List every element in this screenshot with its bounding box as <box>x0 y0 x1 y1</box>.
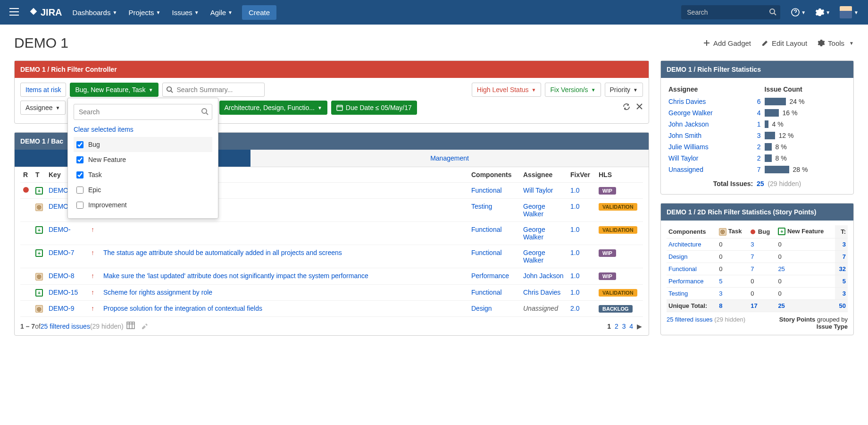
nav-agile[interactable]: Agile▼ <box>205 0 238 25</box>
component-link[interactable]: Performance <box>471 272 509 280</box>
add-gadget-button[interactable]: Add Gadget <box>703 39 751 47</box>
total-link[interactable]: 7 <box>843 253 846 260</box>
fixver-link[interactable]: 1.0 <box>570 272 579 280</box>
fixver-link[interactable]: 1.0 <box>570 187 579 194</box>
dropdown-option[interactable]: Task <box>74 167 212 182</box>
col-type[interactable]: T <box>33 167 46 183</box>
component-link[interactable]: Architecture <box>668 241 701 248</box>
count-link[interactable]: 2 <box>757 154 761 162</box>
component-link[interactable]: Functional <box>471 226 502 233</box>
col-assignee[interactable]: Assignee <box>520 167 568 183</box>
summary-link[interactable]: The status age attribute should be autom… <box>103 249 342 256</box>
col-hls[interactable]: HLS <box>596 167 643 183</box>
count-link[interactable]: 1 <box>757 120 761 128</box>
component-link[interactable]: Design <box>471 305 492 312</box>
component-link[interactable]: Testing <box>471 203 492 210</box>
total-link[interactable]: 3 <box>843 290 846 297</box>
next-page-icon[interactable]: ▶ <box>636 323 643 330</box>
tab-management[interactable]: Management <box>250 150 649 167</box>
search-icon[interactable] <box>769 8 776 17</box>
fixver-link[interactable]: 1.0 <box>570 289 579 296</box>
tool-icon[interactable] <box>138 322 151 331</box>
option-checkbox[interactable] <box>76 156 83 163</box>
summary-link[interactable]: Scheme for rights assignment by role <box>103 289 212 296</box>
fixver-link[interactable]: 1.0 <box>570 203 579 210</box>
assignee-link[interactable]: George Walker <box>523 203 545 218</box>
fixver-link[interactable]: 1.0 <box>570 226 579 233</box>
col-fixver[interactable]: FixVer <box>568 167 596 183</box>
nav-issues[interactable]: Issues▼ <box>166 0 204 25</box>
summary-link[interactable]: Propose solution for the integration of … <box>103 305 262 312</box>
help-icon[interactable]: ▼ <box>786 0 810 25</box>
page-4[interactable]: 4 <box>628 323 634 330</box>
count-link[interactable]: 7 <box>757 166 761 173</box>
total-link[interactable]: 25 <box>778 302 785 309</box>
col-risk[interactable]: R <box>20 167 33 183</box>
cell-link[interactable]: 3 <box>751 241 754 248</box>
total-link[interactable]: 17 <box>751 302 757 309</box>
issue-key-link[interactable]: DEMO-15 <box>49 289 78 296</box>
assignee-link[interactable]: Will Taylor <box>668 154 699 162</box>
dropdown-option[interactable]: Bug <box>74 137 212 152</box>
total-count-link[interactable]: 25 <box>757 180 764 187</box>
edit-layout-button[interactable]: Edit Layout <box>761 39 807 47</box>
option-checkbox[interactable] <box>76 202 83 209</box>
fixver-link[interactable]: 1.0 <box>570 249 579 256</box>
option-checkbox[interactable] <box>76 187 83 194</box>
count-link[interactable]: 3 <box>757 132 761 139</box>
due-date-filter[interactable]: Due Date ≤ 05/May/17 <box>331 101 417 115</box>
menu-icon[interactable] <box>5 4 24 21</box>
col-newfeature[interactable]: + New Feature <box>776 225 835 238</box>
global-search-input[interactable] <box>681 5 780 19</box>
cell-link[interactable]: 5 <box>719 278 722 285</box>
assignee-link[interactable]: Unassigned <box>668 166 703 173</box>
items-at-risk-filter[interactable]: Items at risk <box>20 83 66 97</box>
assignee-link[interactable]: George Walker <box>668 109 713 117</box>
page-2[interactable]: 2 <box>614 323 619 330</box>
cell-link[interactable]: 25 <box>778 265 785 272</box>
fixver-link[interactable]: 2.0 <box>570 305 579 312</box>
col-assignee[interactable]: Assignee <box>667 83 753 96</box>
option-checkbox[interactable] <box>76 171 83 178</box>
assignee-link[interactable]: Chris Davies <box>523 289 560 296</box>
col-components[interactable]: Components <box>667 225 717 238</box>
count-link[interactable]: 2 <box>757 143 761 151</box>
assignee-link[interactable]: John Smith <box>668 132 701 139</box>
col-bug[interactable]: Bug <box>749 225 776 238</box>
dropdown-option[interactable]: New Feature <box>74 152 212 167</box>
col-components[interactable]: Components <box>468 167 520 183</box>
issue-key-link[interactable]: DEMO-7 <box>49 249 74 256</box>
col-total[interactable]: T: <box>835 225 848 238</box>
nav-projects[interactable]: Projects▼ <box>123 0 166 25</box>
col-issue-count[interactable]: Issue Count <box>763 83 848 96</box>
filtered-issues-link[interactable]: 25 filtered issues <box>41 323 90 330</box>
component-link[interactable]: Testing <box>668 290 688 297</box>
dropdown-option[interactable]: Epic <box>74 182 212 197</box>
refresh-icon[interactable] <box>623 103 630 112</box>
summary-search-input[interactable] <box>162 83 265 97</box>
assignee-link[interactable]: George Walker <box>523 249 545 264</box>
page-3[interactable]: 3 <box>621 323 627 330</box>
nav-dashboards[interactable]: Dashboards▼ <box>67 0 123 25</box>
tools-button[interactable]: Tools ▼ <box>818 39 854 47</box>
user-avatar[interactable]: ▼ <box>835 0 863 25</box>
component-link[interactable]: Functional <box>668 265 697 272</box>
cell-link[interactable]: 7 <box>751 265 754 272</box>
dropdown-search-input[interactable] <box>74 104 212 120</box>
issue-key-link[interactable]: DEMO- <box>49 226 71 233</box>
summary-link[interactable]: Make sure the 'last updated' attribute d… <box>103 272 368 280</box>
component-link[interactable]: Functional <box>471 289 502 296</box>
assignee-link[interactable]: Chris Davies <box>668 98 706 105</box>
cell-link[interactable]: 3 <box>719 290 722 297</box>
count-link[interactable]: 4 <box>757 109 761 117</box>
component-link[interactable]: Functional <box>471 249 502 256</box>
component-link[interactable]: Functional <box>471 187 502 194</box>
fix-version-filter[interactable]: Fix Version/s▼ <box>545 83 601 97</box>
total-link[interactable]: 8 <box>719 302 722 309</box>
assignee-link[interactable]: George Walker <box>523 226 545 241</box>
create-button[interactable]: Create <box>242 5 276 20</box>
cell-link[interactable]: 7 <box>751 253 754 260</box>
assignee-link[interactable]: Will Taylor <box>523 187 553 194</box>
jira-logo[interactable]: JIRA <box>28 7 62 18</box>
columns-icon[interactable] <box>124 322 138 331</box>
